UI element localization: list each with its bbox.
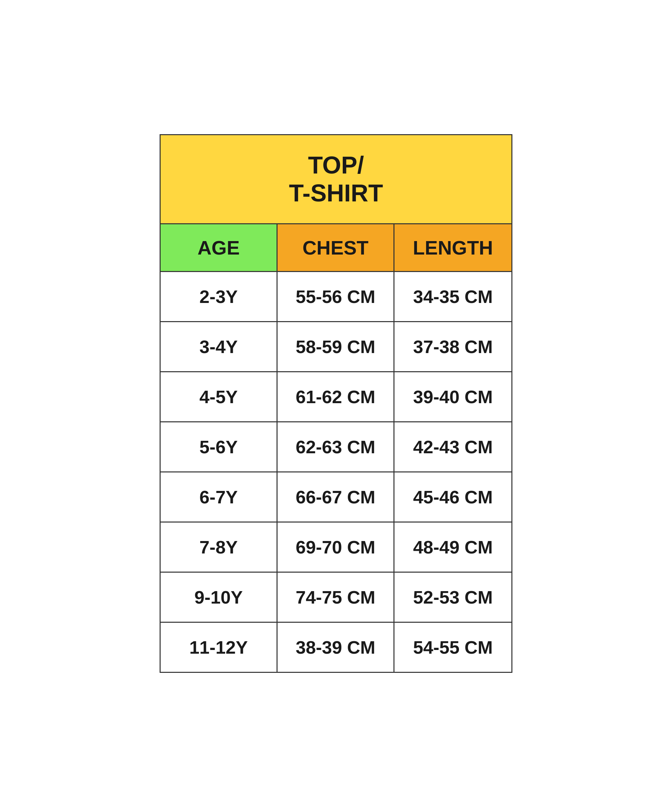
cell-age: 9-10Y [161, 573, 278, 622]
cell-chest: 69-70 CM [278, 523, 394, 572]
cell-age: 11-12Y [161, 623, 278, 672]
cell-length: 37-38 CM [394, 322, 511, 371]
cell-chest: 38-39 CM [278, 623, 394, 672]
cell-length: 48-49 CM [394, 523, 511, 572]
cell-chest: 66-67 CM [278, 472, 394, 521]
cell-age: 7-8Y [161, 523, 278, 572]
cell-chest: 61-62 CM [278, 372, 394, 421]
cell-chest: 62-63 CM [278, 422, 394, 472]
cell-age: 4-5Y [161, 372, 278, 421]
cell-length: 54-55 CM [394, 623, 511, 672]
table-header: AGE CHEST LENGTH [161, 224, 511, 272]
table-row: 3-4Y58-59 CM37-38 CM [161, 322, 511, 372]
header-age: AGE [161, 224, 278, 271]
table-row: 9-10Y74-75 CM52-53 CM [161, 573, 511, 623]
title-line2: T-SHIRT [289, 179, 383, 206]
table-row: 4-5Y61-62 CM39-40 CM [161, 372, 511, 422]
table-row: 5-6Y62-63 CM42-43 CM [161, 422, 511, 472]
cell-chest: 58-59 CM [278, 322, 394, 371]
cell-length: 42-43 CM [394, 422, 511, 472]
table-row: 2-3Y55-56 CM34-35 CM [161, 272, 511, 322]
size-chart-table: TOP/ T-SHIRT AGE CHEST LENGTH 2-3Y55-56 … [160, 134, 512, 673]
cell-length: 39-40 CM [394, 372, 511, 421]
cell-length: 45-46 CM [394, 472, 511, 521]
header-length: LENGTH [394, 224, 511, 271]
table-row: 7-8Y69-70 CM48-49 CM [161, 523, 511, 573]
cell-length: 52-53 CM [394, 573, 511, 622]
table-row: 11-12Y38-39 CM54-55 CM [161, 623, 511, 672]
cell-age: 2-3Y [161, 272, 278, 321]
cell-chest: 74-75 CM [278, 573, 394, 622]
cell-age: 3-4Y [161, 322, 278, 371]
cell-age: 5-6Y [161, 422, 278, 472]
cell-age: 6-7Y [161, 472, 278, 521]
cell-chest: 55-56 CM [278, 272, 394, 321]
table-title: TOP/ T-SHIRT [161, 135, 511, 224]
header-chest: CHEST [278, 224, 394, 271]
table-body: 2-3Y55-56 CM34-35 CM3-4Y58-59 CM37-38 CM… [161, 272, 511, 672]
cell-length: 34-35 CM [394, 272, 511, 321]
title-line1: TOP/ [308, 152, 364, 179]
title-text: TOP/ T-SHIRT [167, 151, 505, 207]
table-row: 6-7Y66-67 CM45-46 CM [161, 472, 511, 523]
